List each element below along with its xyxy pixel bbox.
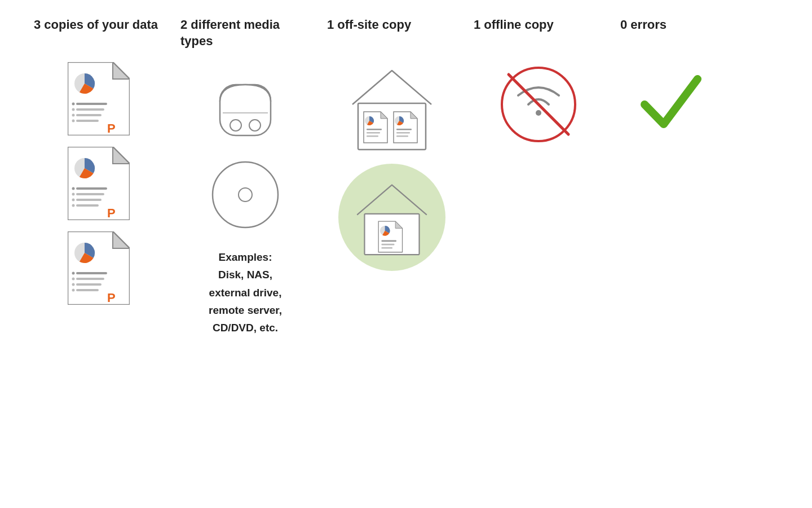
svg-rect-3 (76, 103, 107, 105)
no-wifi-icon (496, 62, 581, 147)
col-copies: 3 copies of your data (34, 17, 164, 337)
svg-point-21 (72, 199, 75, 202)
svg-rect-27 (76, 272, 107, 274)
svg-rect-28 (76, 278, 104, 280)
rule-grid: 3 copies of your data (34, 17, 778, 337)
disc-icon (209, 158, 282, 231)
svg-rect-59 (381, 240, 396, 242)
svg-point-20 (72, 193, 75, 196)
svg-rect-15 (76, 187, 107, 190)
doc-icon-2: P (68, 147, 130, 220)
svg-rect-46 (367, 129, 382, 130)
svg-rect-18 (76, 204, 99, 207)
svg-rect-4 (76, 108, 104, 111)
offsite-house-icon-2 (350, 175, 434, 260)
col-offsite-header: 1 off-site copy (327, 17, 457, 51)
doc-icon-3: P (68, 231, 130, 305)
highlighted-house-container (338, 164, 445, 271)
svg-rect-29 (76, 283, 102, 286)
svg-rect-17 (76, 199, 102, 201)
col-offline-icons (474, 62, 603, 147)
svg-point-22 (72, 204, 75, 207)
col-copies-header: 3 copies of your data (34, 17, 164, 51)
svg-point-7 (72, 103, 75, 106)
svg-point-19 (72, 187, 75, 190)
svg-rect-6 (76, 120, 99, 122)
svg-text:P: P (107, 206, 116, 220)
svg-marker-25 (113, 231, 130, 248)
svg-rect-5 (76, 114, 102, 116)
svg-point-41 (239, 188, 252, 202)
col-media-header: 2 different media types (180, 17, 310, 51)
svg-point-10 (72, 120, 75, 122)
doc-icon-1: P (68, 62, 130, 135)
svg-rect-60 (381, 244, 394, 246)
svg-text:P: P (107, 291, 116, 305)
svg-rect-53 (396, 132, 410, 134)
svg-rect-54 (396, 135, 408, 137)
svg-marker-1 (113, 62, 130, 79)
col-offsite: 1 off-site copy (327, 17, 457, 337)
svg-point-31 (72, 272, 75, 275)
col-media-icons: Examples:Disk, NAS,external drive,remote… (180, 62, 310, 337)
svg-point-9 (72, 114, 75, 117)
svg-text:P: P (107, 121, 116, 135)
svg-rect-48 (367, 135, 378, 137)
offsite-house-icon (344, 62, 440, 152)
svg-rect-16 (76, 193, 104, 195)
check-icon (640, 68, 702, 141)
col-media: 2 different media types (180, 17, 310, 337)
svg-rect-47 (367, 132, 380, 134)
svg-rect-52 (396, 129, 412, 130)
col-offline: 1 offline copy (474, 17, 603, 337)
svg-point-63 (536, 110, 541, 116)
svg-point-32 (72, 278, 75, 281)
svg-point-34 (72, 289, 75, 292)
col-copies-icons: P (34, 62, 164, 305)
svg-rect-61 (381, 247, 392, 249)
svg-point-33 (72, 283, 75, 286)
svg-marker-13 (113, 147, 130, 164)
nas-icon (209, 62, 282, 147)
main-container: 3 copies of your data (0, 0, 812, 508)
col-errors: 0 errors (620, 17, 722, 337)
svg-point-37 (230, 120, 241, 131)
col-errors-content (620, 62, 722, 141)
col-errors-header: 0 errors (620, 17, 722, 51)
col-offline-header: 1 offline copy (474, 17, 603, 51)
svg-point-38 (249, 120, 261, 131)
svg-point-8 (72, 108, 75, 111)
svg-rect-30 (76, 289, 99, 291)
examples-text: Examples:Disk, NAS,external drive,remote… (209, 248, 282, 337)
col-offsite-icons (327, 62, 457, 271)
